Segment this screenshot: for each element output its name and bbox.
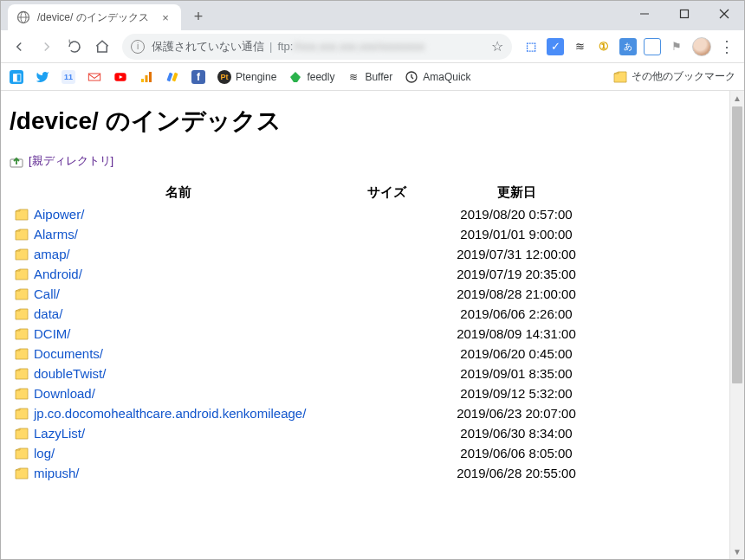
ext-icon-square[interactable] xyxy=(644,38,661,55)
bm-overflow-label: その他のブックマーク xyxy=(632,69,735,84)
address-bar[interactable]: i 保護されていない通信 | ftp: //xxx.xxx.xxx.xxx/xx… xyxy=(122,34,512,60)
minimize-button[interactable] xyxy=(625,1,664,27)
ext-icon-buffer[interactable]: ≋ xyxy=(571,38,588,55)
ext-icon-1password[interactable]: ① xyxy=(595,38,612,55)
date-cell: 2019/08/20 0:57:00 xyxy=(425,204,607,224)
scroll-up-icon[interactable]: ▲ xyxy=(730,91,744,106)
reload-button[interactable] xyxy=(62,34,87,60)
bm-adsense[interactable] xyxy=(165,70,179,84)
toolbar: i 保護されていない通信 | ftp: //xxx.xxx.xxx.xxx/xx… xyxy=(1,30,744,63)
ext-icon-flag[interactable]: ⚑ xyxy=(668,38,685,55)
scroll-down-icon[interactable]: ▼ xyxy=(730,544,744,559)
dir-link[interactable]: jp.co.docomohealthcare.android.kenkomile… xyxy=(34,406,306,421)
url-blurred: //xxx.xxx.xxx.xxx/xxxxxxxx xyxy=(293,40,424,53)
url-scheme: ftp: xyxy=(277,40,293,53)
bm-gmail[interactable] xyxy=(87,70,101,84)
dir-link[interactable]: Documents/ xyxy=(34,346,103,361)
profile-avatar[interactable] xyxy=(692,37,711,56)
size-cell xyxy=(347,443,425,463)
dir-link[interactable]: Android/ xyxy=(34,267,82,281)
folder-icon xyxy=(15,408,29,420)
dir-link[interactable]: log/ xyxy=(34,446,55,460)
folder-icon xyxy=(15,229,29,241)
size-cell xyxy=(347,324,425,344)
size-cell xyxy=(347,244,425,264)
table-row: Documents/2019/06/20 0:45:00 xyxy=(10,344,607,364)
dir-link[interactable]: Call/ xyxy=(34,286,60,301)
ext-icon-check[interactable]: ✓ xyxy=(547,38,564,55)
new-tab-button[interactable]: + xyxy=(186,4,211,29)
up-arrow-icon xyxy=(10,154,23,168)
size-cell xyxy=(347,264,425,284)
bm-label: Buffer xyxy=(365,71,392,83)
ext-icon-translate[interactable]: あ xyxy=(619,38,637,55)
size-cell xyxy=(347,204,425,224)
date-cell: 2019/09/12 5:32:00 xyxy=(425,383,607,403)
col-name: 名前 xyxy=(10,181,347,204)
table-row: LazyList/2019/06/30 8:34:00 xyxy=(10,423,607,443)
bm-analytics[interactable] xyxy=(139,70,153,84)
date-cell: 2019/07/31 12:00:00 xyxy=(425,244,607,264)
svg-rect-14 xyxy=(172,72,178,81)
date-cell: 2019/08/28 21:00:00 xyxy=(425,284,607,304)
star-icon[interactable]: ☆ xyxy=(491,38,503,55)
folder-icon xyxy=(15,388,29,400)
dir-link[interactable]: amap/ xyxy=(34,247,70,261)
vertical-scrollbar[interactable]: ▲ ▼ xyxy=(729,91,744,559)
folder-icon xyxy=(15,328,29,340)
close-icon[interactable]: × xyxy=(159,10,172,24)
dir-link[interactable]: mipush/ xyxy=(34,466,80,480)
table-row: Aipower/2019/08/20 0:57:00 xyxy=(10,204,607,224)
size-cell xyxy=(347,423,425,443)
dir-link[interactable]: Alarms/ xyxy=(34,227,78,241)
dir-link[interactable]: Download/ xyxy=(34,386,95,401)
ext-icon-1[interactable]: ⬚ xyxy=(522,38,540,55)
scroll-thumb[interactable] xyxy=(732,106,742,383)
table-row: Download/2019/09/12 5:32:00 xyxy=(10,383,607,403)
table-row: amap/2019/07/31 12:00:00 xyxy=(10,244,607,264)
window-controls xyxy=(625,1,744,27)
size-cell xyxy=(347,344,425,364)
table-row: data/2019/06/06 2:26:00 xyxy=(10,304,607,324)
bm-overflow[interactable]: その他のブックマーク xyxy=(613,69,735,84)
folder-icon xyxy=(15,308,29,320)
table-header-row: 名前 サイズ 更新日 xyxy=(10,181,607,204)
bm-buffer[interactable]: ≋Buffer xyxy=(347,70,392,84)
bm-twitter-alt[interactable]: ◧ xyxy=(10,70,23,84)
bm-amaquick[interactable]: AmaQuick xyxy=(405,70,470,84)
bm-twitter[interactable] xyxy=(36,70,49,84)
maximize-button[interactable] xyxy=(664,1,704,27)
folder-icon xyxy=(15,467,29,480)
dir-link[interactable]: LazyList/ xyxy=(34,426,85,441)
dir-link[interactable]: doubleTwist/ xyxy=(34,366,106,381)
folder-icon xyxy=(15,288,29,300)
bm-calendar[interactable]: 11 xyxy=(62,70,75,84)
folder-icon xyxy=(15,447,29,460)
dir-link[interactable]: Aipower/ xyxy=(34,207,84,222)
bm-youtube[interactable] xyxy=(113,70,127,84)
dir-link[interactable]: DCIM/ xyxy=(34,326,71,341)
bm-feedly[interactable]: feedly xyxy=(288,70,334,84)
parent-dir-link[interactable]: [親ディレクトリ] xyxy=(29,153,113,169)
back-button[interactable] xyxy=(6,34,32,60)
date-cell: 2019/06/28 20:55:00 xyxy=(425,463,607,483)
forward-button[interactable] xyxy=(34,34,60,60)
close-button[interactable] xyxy=(704,1,744,27)
bm-ptengine[interactable]: PtPtengine xyxy=(217,70,276,84)
globe-icon xyxy=(16,10,30,24)
table-row: Call/2019/08/28 21:00:00 xyxy=(10,284,607,304)
info-icon[interactable]: i xyxy=(131,40,145,54)
bm-facebook[interactable]: f xyxy=(191,70,205,84)
menu-icon[interactable]: ⋮ xyxy=(718,38,735,55)
bm-label: Ptengine xyxy=(236,71,276,83)
dir-link[interactable]: data/ xyxy=(34,306,62,321)
svg-rect-7 xyxy=(88,74,100,80)
page-body: /device/ のインデックス [親ディレクトリ] 名前 サイズ 更新日 Ai… xyxy=(1,91,729,559)
tab-title: /device/ のインデックス xyxy=(37,10,155,25)
home-button[interactable] xyxy=(89,34,115,60)
bm-label: AmaQuick xyxy=(423,71,470,83)
col-size: サイズ xyxy=(347,181,425,204)
bookmarks-bar: ◧ 11 f PtPtengine feedly ≋Buffer AmaQuic… xyxy=(1,63,744,91)
folder-icon xyxy=(15,428,29,440)
tab-active[interactable]: /device/ のインデックス × xyxy=(8,4,181,30)
